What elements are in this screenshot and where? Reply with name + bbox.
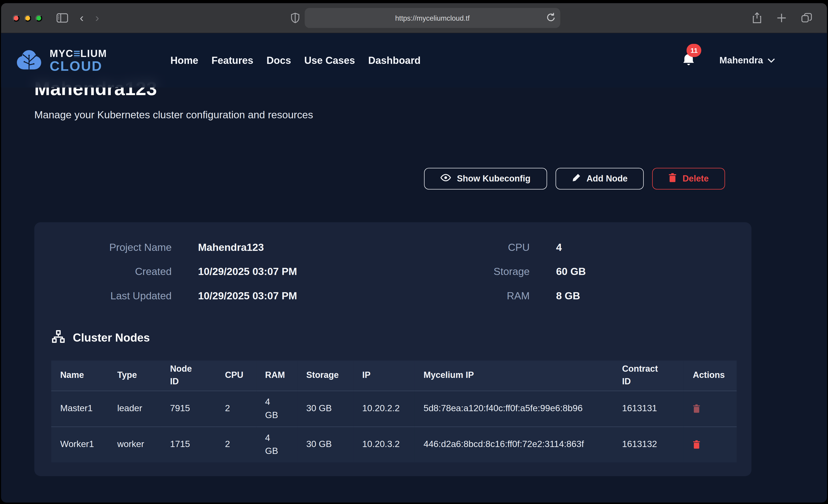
reload-icon[interactable]: [546, 12, 555, 24]
back-icon[interactable]: ‹: [80, 12, 84, 24]
trash-icon: [693, 404, 700, 413]
add-node-button[interactable]: Add Node: [555, 168, 644, 190]
minimize-window-button[interactable]: [24, 14, 31, 22]
new-tab-icon[interactable]: [776, 13, 787, 23]
cell-cpu: 2: [216, 427, 256, 462]
nav-item-home[interactable]: Home: [170, 55, 198, 67]
cell-contract-id: 1613132: [613, 427, 684, 462]
user-menu[interactable]: Mahendra: [719, 55, 775, 66]
table-row: Master1 leader 7915 2 4 GB 30 GB 10.20.2…: [51, 390, 737, 426]
mycelium-cloud-logo-icon: [16, 49, 42, 72]
info-value: Mahendra123: [198, 235, 383, 259]
info-label: Project Name: [51, 235, 172, 259]
cell-node-id: 7915: [161, 390, 216, 426]
cell-ram: 4 GB: [256, 390, 297, 426]
privacy-shield-icon[interactable]: [291, 13, 299, 23]
cluster-nodes-table: Name Type Node ID CPU RAM Storage IP Myc…: [51, 361, 737, 462]
info-value: 10/29/2025 03:07 PM: [198, 259, 383, 284]
nav-item-docs[interactable]: Docs: [266, 55, 291, 67]
info-value: 60 GB: [556, 259, 735, 284]
main-content: Mahendra123 Manage your Kubernetes clust…: [1, 33, 827, 476]
cluster-details-card: Project Name Mahendra123 CPU 4 Created 1…: [34, 222, 751, 476]
table-row: Worker1 worker 1715 2 4 GB 30 GB 10.20.3…: [51, 427, 737, 462]
cluster-actions: Show Kubeconfig Add Node: [34, 168, 751, 190]
page-subtitle: Manage your Kubernetes cluster configura…: [34, 109, 751, 121]
delete-label: Delete: [682, 174, 709, 184]
info-label: Last Updated: [51, 284, 172, 308]
share-icon[interactable]: [752, 12, 762, 24]
eye-icon: [441, 174, 451, 184]
trash-icon: [693, 440, 700, 449]
cell-contract-id: 1613131: [613, 390, 684, 426]
delete-node-button[interactable]: [693, 404, 700, 413]
cell-ip: 10.20.2.2: [353, 390, 415, 426]
table-header-row: Name Type Node ID CPU RAM Storage IP Myc…: [51, 361, 737, 390]
cell-storage: 30 GB: [297, 427, 354, 462]
column-header-storage: Storage: [297, 361, 354, 390]
info-value: 8 GB: [556, 284, 735, 308]
cell-storage: 30 GB: [297, 390, 354, 426]
site-navbar: MYCLIUM CLOUD Home Features Docs Use Cas…: [1, 33, 827, 88]
cluster-nodes-heading: Cluster Nodes: [73, 331, 150, 344]
chevron-down-icon: [767, 58, 775, 63]
browser-toolbar: ‹ › https://myceliumcloud.tf: [1, 3, 827, 33]
nav-item-features[interactable]: Features: [211, 55, 253, 67]
info-value: 10/29/2025 03:07 PM: [198, 284, 383, 308]
column-header-contract-id: Contract ID: [613, 361, 684, 390]
cell-actions: [684, 427, 737, 462]
zoom-window-button[interactable]: [35, 14, 42, 22]
delete-cluster-button[interactable]: Delete: [653, 168, 725, 190]
add-node-label: Add Node: [586, 174, 628, 184]
column-header-name: Name: [51, 361, 108, 390]
cell-ip: 10.20.3.2: [353, 427, 415, 462]
cell-ram: 4 GB: [256, 427, 297, 462]
brand-part2: LIUM: [80, 48, 107, 58]
url-text: https://myceliumcloud.tf: [395, 14, 470, 22]
column-header-ip: IP: [353, 361, 415, 390]
cluster-nodes-icon: [51, 330, 66, 346]
show-kubeconfig-button[interactable]: Show Kubeconfig: [424, 168, 547, 190]
cell-actions: [684, 390, 737, 426]
close-window-button[interactable]: [13, 14, 19, 22]
address-bar[interactable]: https://myceliumcloud.tf: [304, 8, 560, 28]
nav-links: Home Features Docs Use Cases Dashboard: [170, 55, 420, 67]
brand-e-glyph: [74, 50, 80, 57]
cell-mycelium-ip: 446:d2a6:8bcd:8c16:ff0f:72e2:3114:863f: [415, 427, 613, 462]
cell-name: Worker1: [51, 427, 108, 462]
info-value: 4: [556, 235, 735, 259]
page-body: Mahendra123 Manage your Kubernetes clust…: [1, 33, 827, 503]
user-name: Mahendra: [719, 55, 763, 66]
nav-item-dashboard[interactable]: Dashboard: [368, 55, 420, 67]
delete-node-button[interactable]: [693, 440, 700, 449]
brand-part1: MYC: [50, 48, 74, 58]
show-kubeconfig-label: Show Kubeconfig: [457, 174, 530, 184]
forward-icon[interactable]: ›: [95, 12, 99, 24]
column-header-node-id: Node ID: [161, 361, 216, 390]
window-controls: [13, 14, 42, 22]
brand-wordmark: MYCLIUM CLOUD: [50, 48, 107, 73]
info-label: Storage: [409, 259, 530, 284]
browser-window: ‹ › https://myceliumcloud.tf: [1, 3, 827, 503]
column-header-type: Type: [108, 361, 161, 390]
sidebar-toggle-icon[interactable]: [56, 13, 68, 23]
cell-name: Master1: [51, 390, 108, 426]
cell-node-id: 1715: [161, 427, 216, 462]
cell-type: leader: [108, 390, 161, 426]
tab-overview-icon[interactable]: [801, 13, 812, 23]
info-label: Created: [51, 259, 172, 284]
column-header-cpu: CPU: [216, 361, 256, 390]
cluster-info-grid: Project Name Mahendra123 CPU 4 Created 1…: [51, 235, 735, 308]
cell-cpu: 2: [216, 390, 256, 426]
notifications-button[interactable]: 11: [682, 52, 695, 69]
nav-item-use-cases[interactable]: Use Cases: [304, 55, 355, 67]
column-header-mycelium-ip: Mycelium IP: [415, 361, 613, 390]
cell-type: worker: [108, 427, 161, 462]
brand-logo[interactable]: MYCLIUM CLOUD: [16, 48, 107, 73]
pencil-icon: [572, 173, 581, 184]
notification-badge: 11: [687, 44, 701, 57]
trash-icon: [669, 173, 676, 184]
column-header-ram: RAM: [256, 361, 297, 390]
info-label: CPU: [409, 235, 530, 259]
cell-mycelium-ip: 5d8:78ea:a120:f40c:ff0f:a5fe:99e6:8b96: [415, 390, 613, 426]
brand-cloud: CLOUD: [50, 59, 107, 73]
